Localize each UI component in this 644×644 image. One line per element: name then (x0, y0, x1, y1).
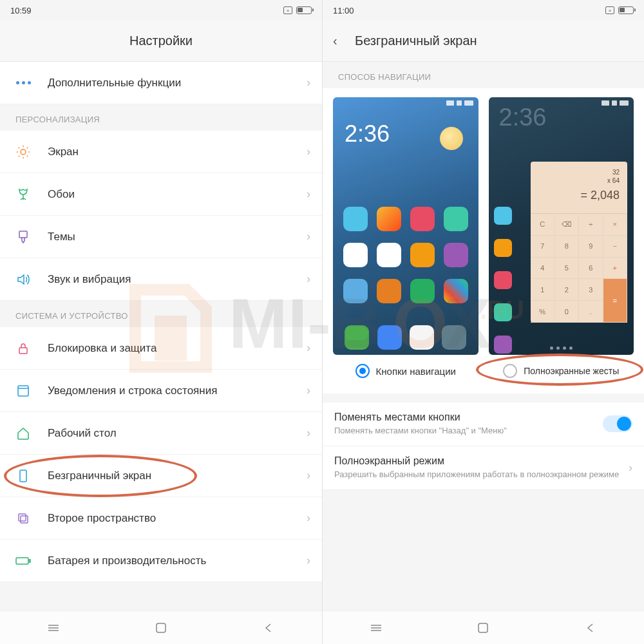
nav-method-options: 2:36 (323, 88, 644, 393)
svg-rect-9 (20, 470, 26, 482)
option-gestures[interactable]: 2:36 32 x 64 (489, 97, 634, 378)
row-wallpaper[interactable]: Обои › (0, 173, 322, 216)
row-fullscreen[interactable]: Безграничный экран › (0, 455, 322, 497)
chevron-right-icon: › (307, 145, 310, 158)
option-nav-buttons[interactable]: 2:36 (333, 97, 478, 378)
status-time: 10:59 (10, 6, 32, 15)
phone-outline-icon (14, 467, 32, 485)
section-nav-method: СПОСОБ НАВИГАЦИИ (323, 62, 644, 88)
page-title: Безграничный экран (355, 33, 477, 48)
svg-rect-15 (478, 623, 488, 632)
chevron-right-icon: › (307, 384, 310, 397)
row-desktop[interactable]: Рабочий стол › (0, 412, 322, 455)
fullscreen-settings[interactable]: СПОСОБ НАВИГАЦИИ 2:36 (323, 62, 644, 611)
svg-rect-13 (29, 560, 30, 562)
lock-icon (14, 339, 32, 357)
svg-rect-8 (18, 386, 28, 396)
toggle-swap-buttons[interactable] (603, 415, 632, 432)
calculator-panel: 32 x 64 = 2,048 C⌫÷× 789− 456+ 123= %0. (531, 162, 627, 323)
row-additional-functions[interactable]: Дополнительные функции › (0, 62, 322, 104)
notification-bar-icon (14, 382, 32, 400)
sun-icon (14, 143, 32, 161)
nav-home-button[interactable] (474, 619, 492, 637)
chevron-right-icon: › (307, 426, 310, 440)
status-bar: 11:00 × (323, 0, 644, 21)
chevron-right-icon: › (307, 76, 310, 90)
radio-label: Полноэкранные жесты (524, 366, 619, 376)
section-system: СИСТЕМА И УСТРОЙСТВО (0, 301, 322, 327)
row-notifications[interactable]: Уведомления и строка состояния › (0, 370, 322, 412)
nav-back-button[interactable] (260, 619, 278, 637)
page-title: Настройки (0, 21, 322, 62)
chevron-right-icon: › (622, 461, 632, 475)
section-personalization: ПЕРСОНАЛИЗАЦИЯ (0, 104, 322, 131)
chevron-right-icon: › (307, 272, 310, 286)
brush-icon (14, 228, 32, 246)
svg-rect-14 (156, 623, 166, 632)
chevron-right-icon: › (307, 341, 310, 355)
row-themes[interactable]: Темы › (0, 216, 322, 258)
row-screen[interactable]: Экран › (0, 131, 322, 173)
nav-home-button[interactable] (152, 619, 170, 637)
sound-icon (14, 270, 32, 289)
phone-left-settings: 10:59 × Настройки Дополнительные функции… (0, 0, 322, 644)
svg-rect-6 (19, 231, 27, 238)
battery-icon (618, 6, 634, 14)
settings-list[interactable]: Дополнительные функции › ПЕРСОНАЛИЗАЦИЯ … (0, 62, 322, 611)
copy-icon (14, 509, 32, 527)
status-icons: × (605, 6, 634, 14)
nav-recents-button[interactable] (367, 619, 385, 637)
status-bar: 10:59 × (0, 0, 322, 21)
chevron-right-icon: › (307, 554, 310, 567)
row-battery[interactable]: Батарея и производительность › (0, 540, 322, 582)
svg-rect-7 (19, 348, 27, 354)
tulip-icon (14, 185, 32, 204)
chevron-right-icon: › (307, 187, 310, 201)
status-time: 11:00 (333, 6, 354, 15)
radio-gestures[interactable] (503, 364, 517, 378)
chevron-right-icon: › (307, 230, 310, 243)
dots-icon (14, 74, 32, 92)
row-sound[interactable]: Звук и вибрация › (0, 258, 322, 301)
notification-icon: × (283, 6, 292, 14)
nav-bar (0, 611, 322, 644)
preview-homescreen: 2:36 (333, 97, 478, 355)
battery-icon (296, 6, 312, 14)
radio-nav-buttons[interactable] (355, 364, 370, 378)
svg-point-5 (21, 149, 26, 155)
home-icon (14, 424, 32, 442)
notification-icon: × (605, 6, 614, 14)
row-lock-protect[interactable]: Блокировка и защита › (0, 327, 322, 370)
svg-rect-12 (16, 558, 28, 564)
page-header: ‹ Безграничный экран (323, 21, 644, 62)
nav-back-button[interactable] (582, 619, 600, 637)
status-icons: × (283, 6, 312, 14)
nav-bar (323, 611, 644, 644)
row-fullscreen-mode[interactable]: Полноэкранный режим Разрешить выбранным … (323, 446, 644, 490)
phone-right-fullscreen: 11:00 × ‹ Безграничный экран СПОСОБ НАВИ… (322, 0, 644, 644)
nav-recents-button[interactable] (44, 619, 62, 637)
chevron-right-icon: › (307, 469, 310, 482)
row-second-space[interactable]: Второе пространство › (0, 497, 322, 540)
svg-rect-10 (21, 516, 28, 523)
chevron-right-icon: › (307, 511, 310, 525)
row-swap-buttons[interactable]: Поменять местами кнопки Поменять местами… (323, 402, 644, 446)
preview-calculator: 2:36 32 x 64 (489, 97, 634, 355)
back-button[interactable]: ‹ (333, 33, 337, 48)
battery-perf-icon (14, 552, 32, 570)
svg-rect-11 (19, 514, 26, 521)
radio-label: Кнопки навигации (376, 366, 456, 377)
